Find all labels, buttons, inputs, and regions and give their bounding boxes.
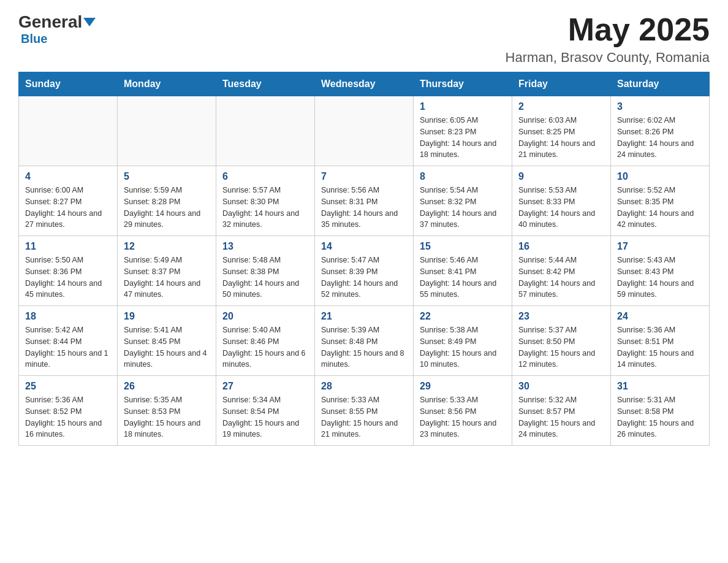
day-info: Sunrise: 5:59 AMSunset: 8:28 PMDaylight:… xyxy=(124,185,210,231)
calendar-week-row: 18Sunrise: 5:42 AMSunset: 8:44 PMDayligh… xyxy=(19,306,710,376)
calendar-week-row: 4Sunrise: 6:00 AMSunset: 8:27 PMDaylight… xyxy=(19,166,710,236)
day-info: Sunrise: 6:05 AMSunset: 8:23 PMDaylight:… xyxy=(420,115,506,161)
calendar-cell xyxy=(118,96,216,166)
day-number: 27 xyxy=(222,381,308,392)
day-number: 23 xyxy=(518,311,604,322)
weekday-header-wednesday: Wednesday xyxy=(315,72,414,96)
calendar-cell: 30Sunrise: 5:32 AMSunset: 8:57 PMDayligh… xyxy=(512,376,611,446)
calendar-week-row: 1Sunrise: 6:05 AMSunset: 8:23 PMDaylight… xyxy=(19,96,710,166)
day-number: 13 xyxy=(222,241,308,252)
day-info: Sunrise: 6:00 AMSunset: 8:27 PMDaylight:… xyxy=(25,185,111,231)
day-info: Sunrise: 5:36 AMSunset: 8:52 PMDaylight:… xyxy=(25,394,111,440)
day-info: Sunrise: 5:41 AMSunset: 8:45 PMDaylight:… xyxy=(124,324,210,370)
month-title: May 2025 xyxy=(506,12,710,47)
day-info: Sunrise: 5:52 AMSunset: 8:35 PMDaylight:… xyxy=(617,185,703,231)
calendar-cell: 10Sunrise: 5:52 AMSunset: 8:35 PMDayligh… xyxy=(611,166,710,236)
page-header: General Blue May 2025 Harman, Brasov Cou… xyxy=(18,12,710,66)
calendar-cell: 14Sunrise: 5:47 AMSunset: 8:39 PMDayligh… xyxy=(315,236,414,306)
calendar-cell: 23Sunrise: 5:37 AMSunset: 8:50 PMDayligh… xyxy=(512,306,611,376)
day-number: 22 xyxy=(420,311,506,322)
day-info: Sunrise: 5:33 AMSunset: 8:55 PMDaylight:… xyxy=(321,394,407,440)
day-info: Sunrise: 5:38 AMSunset: 8:49 PMDaylight:… xyxy=(420,324,506,370)
calendar-cell: 22Sunrise: 5:38 AMSunset: 8:49 PMDayligh… xyxy=(414,306,512,376)
day-number: 19 xyxy=(124,311,210,322)
calendar-table: SundayMondayTuesdayWednesdayThursdayFrid… xyxy=(18,72,710,446)
day-info: Sunrise: 5:46 AMSunset: 8:41 PMDaylight:… xyxy=(420,255,506,301)
calendar-cell: 26Sunrise: 5:35 AMSunset: 8:53 PMDayligh… xyxy=(118,376,216,446)
weekday-header-tuesday: Tuesday xyxy=(216,72,315,96)
calendar-week-row: 11Sunrise: 5:50 AMSunset: 8:36 PMDayligh… xyxy=(19,236,710,306)
calendar-cell: 7Sunrise: 5:56 AMSunset: 8:31 PMDaylight… xyxy=(315,166,414,236)
day-number: 26 xyxy=(124,381,210,392)
day-number: 30 xyxy=(518,381,604,392)
day-info: Sunrise: 6:03 AMSunset: 8:25 PMDaylight:… xyxy=(518,115,604,161)
day-info: Sunrise: 5:36 AMSunset: 8:51 PMDaylight:… xyxy=(617,324,703,370)
weekday-header-sunday: Sunday xyxy=(19,72,118,96)
day-info: Sunrise: 5:34 AMSunset: 8:54 PMDaylight:… xyxy=(222,394,308,440)
day-number: 29 xyxy=(420,381,506,392)
day-info: Sunrise: 5:42 AMSunset: 8:44 PMDaylight:… xyxy=(25,324,111,370)
calendar-cell xyxy=(19,96,118,166)
day-number: 21 xyxy=(321,311,407,322)
day-number: 20 xyxy=(222,311,308,322)
title-block: May 2025 Harman, Brasov County, Romania xyxy=(506,12,710,66)
day-info: Sunrise: 5:40 AMSunset: 8:46 PMDaylight:… xyxy=(222,324,308,370)
calendar-cell: 3Sunrise: 6:02 AMSunset: 8:26 PMDaylight… xyxy=(611,96,710,166)
calendar-cell: 11Sunrise: 5:50 AMSunset: 8:36 PMDayligh… xyxy=(19,236,118,306)
weekday-header-thursday: Thursday xyxy=(414,72,512,96)
day-number: 6 xyxy=(222,171,308,182)
calendar-cell: 16Sunrise: 5:44 AMSunset: 8:42 PMDayligh… xyxy=(512,236,611,306)
day-number: 31 xyxy=(617,381,703,392)
calendar-cell: 12Sunrise: 5:49 AMSunset: 8:37 PMDayligh… xyxy=(118,236,216,306)
day-number: 8 xyxy=(420,171,506,182)
calendar-cell xyxy=(315,96,414,166)
calendar-cell: 19Sunrise: 5:41 AMSunset: 8:45 PMDayligh… xyxy=(118,306,216,376)
day-info: Sunrise: 5:35 AMSunset: 8:53 PMDaylight:… xyxy=(124,394,210,440)
day-number: 1 xyxy=(420,101,506,112)
calendar-week-row: 25Sunrise: 5:36 AMSunset: 8:52 PMDayligh… xyxy=(19,376,710,446)
day-number: 2 xyxy=(518,101,604,112)
day-info: Sunrise: 5:49 AMSunset: 8:37 PMDaylight:… xyxy=(124,255,210,301)
day-number: 16 xyxy=(518,241,604,252)
logo-arrow-icon xyxy=(83,18,96,26)
logo-blue-text: Blue xyxy=(21,32,47,45)
day-number: 9 xyxy=(518,171,604,182)
calendar-cell: 24Sunrise: 5:36 AMSunset: 8:51 PMDayligh… xyxy=(611,306,710,376)
logo: General Blue xyxy=(18,12,96,46)
day-info: Sunrise: 5:57 AMSunset: 8:30 PMDaylight:… xyxy=(222,185,308,231)
calendar-header-row: SundayMondayTuesdayWednesdayThursdayFrid… xyxy=(19,72,710,96)
calendar-cell: 17Sunrise: 5:43 AMSunset: 8:43 PMDayligh… xyxy=(611,236,710,306)
day-info: Sunrise: 5:39 AMSunset: 8:48 PMDaylight:… xyxy=(321,324,407,370)
calendar-cell: 29Sunrise: 5:33 AMSunset: 8:56 PMDayligh… xyxy=(414,376,512,446)
calendar-cell: 1Sunrise: 6:05 AMSunset: 8:23 PMDaylight… xyxy=(414,96,512,166)
day-info: Sunrise: 5:37 AMSunset: 8:50 PMDaylight:… xyxy=(518,324,604,370)
day-info: Sunrise: 5:44 AMSunset: 8:42 PMDaylight:… xyxy=(518,255,604,301)
calendar-cell: 28Sunrise: 5:33 AMSunset: 8:55 PMDayligh… xyxy=(315,376,414,446)
day-info: Sunrise: 5:43 AMSunset: 8:43 PMDaylight:… xyxy=(617,255,703,301)
weekday-header-friday: Friday xyxy=(512,72,611,96)
calendar-cell: 25Sunrise: 5:36 AMSunset: 8:52 PMDayligh… xyxy=(19,376,118,446)
weekday-header-monday: Monday xyxy=(118,72,216,96)
calendar-cell: 13Sunrise: 5:48 AMSunset: 8:38 PMDayligh… xyxy=(216,236,315,306)
calendar-cell: 5Sunrise: 5:59 AMSunset: 8:28 PMDaylight… xyxy=(118,166,216,236)
calendar-cell: 15Sunrise: 5:46 AMSunset: 8:41 PMDayligh… xyxy=(414,236,512,306)
day-info: Sunrise: 5:31 AMSunset: 8:58 PMDaylight:… xyxy=(617,394,703,440)
calendar-cell: 8Sunrise: 5:54 AMSunset: 8:32 PMDaylight… xyxy=(414,166,512,236)
day-number: 3 xyxy=(617,101,703,112)
day-info: Sunrise: 5:54 AMSunset: 8:32 PMDaylight:… xyxy=(420,185,506,231)
calendar-cell: 20Sunrise: 5:40 AMSunset: 8:46 PMDayligh… xyxy=(216,306,315,376)
day-info: Sunrise: 6:02 AMSunset: 8:26 PMDaylight:… xyxy=(617,115,703,161)
calendar-cell: 2Sunrise: 6:03 AMSunset: 8:25 PMDaylight… xyxy=(512,96,611,166)
day-info: Sunrise: 5:50 AMSunset: 8:36 PMDaylight:… xyxy=(25,255,111,301)
day-number: 12 xyxy=(124,241,210,252)
day-number: 24 xyxy=(617,311,703,322)
day-number: 28 xyxy=(321,381,407,392)
calendar-cell: 9Sunrise: 5:53 AMSunset: 8:33 PMDaylight… xyxy=(512,166,611,236)
day-info: Sunrise: 5:53 AMSunset: 8:33 PMDaylight:… xyxy=(518,185,604,231)
weekday-header-saturday: Saturday xyxy=(611,72,710,96)
day-info: Sunrise: 5:32 AMSunset: 8:57 PMDaylight:… xyxy=(518,394,604,440)
day-number: 18 xyxy=(25,311,111,322)
day-info: Sunrise: 5:56 AMSunset: 8:31 PMDaylight:… xyxy=(321,185,407,231)
day-number: 7 xyxy=(321,171,407,182)
calendar-cell: 27Sunrise: 5:34 AMSunset: 8:54 PMDayligh… xyxy=(216,376,315,446)
